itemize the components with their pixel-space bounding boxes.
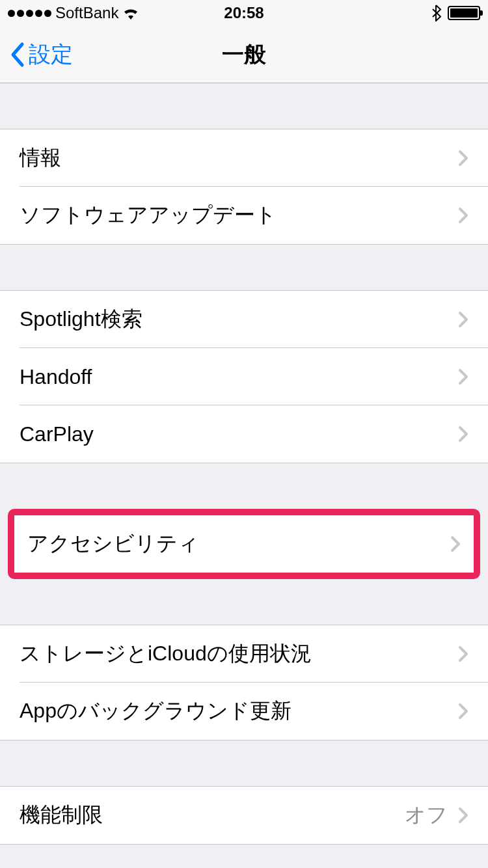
chevron-right-icon xyxy=(458,207,468,224)
group-spacer xyxy=(0,740,488,786)
back-button[interactable]: 設定 xyxy=(0,26,73,83)
bluetooth-icon xyxy=(431,5,441,21)
carrier-label: SoftBank xyxy=(55,4,118,22)
row-label: ソフトウェアアップデート xyxy=(20,201,458,230)
row-handoff[interactable]: Handoff xyxy=(0,348,488,405)
row-label: 情報 xyxy=(20,144,458,172)
row-label: アクセシビリティ xyxy=(27,530,450,558)
row-restrictions[interactable]: 機能制限 オフ xyxy=(0,787,488,844)
nav-bar: 設定 一般 xyxy=(0,26,488,83)
group-spacer xyxy=(0,579,488,625)
row-label: Appのバックグラウンド更新 xyxy=(20,697,458,726)
chevron-left-icon xyxy=(9,42,25,68)
status-left: SoftBank xyxy=(8,4,139,22)
settings-group-2: Spotlight検索 Handoff CarPlay xyxy=(0,290,488,463)
row-storage[interactable]: ストレージとiCloudの使用状況 xyxy=(0,625,488,683)
settings-group-4: ストレージとiCloudの使用状況 Appのバックグラウンド更新 xyxy=(0,625,488,740)
row-background-refresh[interactable]: Appのバックグラウンド更新 xyxy=(0,683,488,740)
row-label: ストレージとiCloudの使用状況 xyxy=(20,640,458,668)
status-time: 20:58 xyxy=(224,4,264,22)
row-carplay[interactable]: CarPlay xyxy=(0,405,488,463)
battery-icon xyxy=(448,6,480,20)
row-software-update[interactable]: ソフトウェアアップデート xyxy=(0,187,488,244)
row-value: オフ xyxy=(405,801,448,830)
wifi-icon xyxy=(122,7,139,20)
chevron-right-icon xyxy=(458,703,468,720)
chevron-right-icon xyxy=(458,645,468,662)
chevron-right-icon xyxy=(458,426,468,442)
row-label: 機能制限 xyxy=(20,801,405,830)
group-spacer xyxy=(0,245,488,290)
row-label: Spotlight検索 xyxy=(20,305,458,334)
row-label: CarPlay xyxy=(20,422,458,446)
status-bar: SoftBank 20:58 xyxy=(0,0,488,26)
row-label: Handoff xyxy=(20,365,458,389)
signal-strength-icon xyxy=(8,10,51,17)
chevron-right-icon xyxy=(450,536,461,552)
group-spacer xyxy=(0,463,488,509)
row-spotlight[interactable]: Spotlight検索 xyxy=(0,291,488,348)
chevron-right-icon xyxy=(458,368,468,385)
settings-group-1: 情報 ソフトウェアアップデート xyxy=(0,129,488,245)
back-label: 設定 xyxy=(29,40,73,70)
row-about[interactable]: 情報 xyxy=(0,129,488,187)
group-spacer xyxy=(0,83,488,129)
chevron-right-icon xyxy=(458,311,468,328)
settings-group-5: 機能制限 オフ xyxy=(0,786,488,845)
row-accessibility[interactable]: アクセシビリティ xyxy=(14,515,474,573)
chevron-right-icon xyxy=(458,150,468,167)
chevron-right-icon xyxy=(458,807,468,824)
page-title: 一般 xyxy=(222,40,266,70)
status-right xyxy=(431,5,480,21)
settings-group-3-highlighted: アクセシビリティ xyxy=(8,509,480,579)
